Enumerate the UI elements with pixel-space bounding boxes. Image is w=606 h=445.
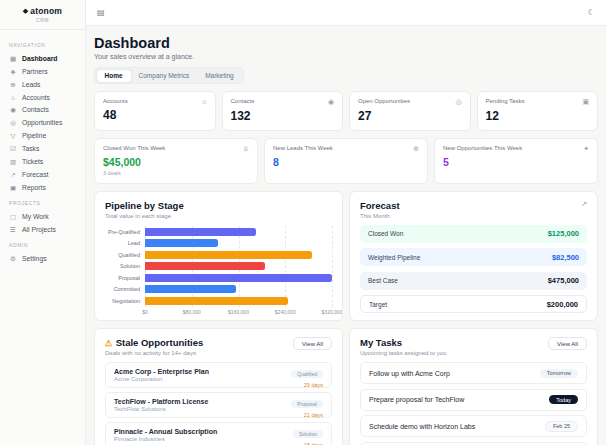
sidebar-item-tasks[interactable]: ☑Tasks <box>9 142 76 155</box>
stat-value: 48 <box>103 108 207 122</box>
pipeline-chart-subtitle: Total value in each stage <box>105 213 332 219</box>
sidebar-item-label: Pipeline <box>22 132 46 139</box>
charts-row: Pipeline by Stage Total value in each st… <box>94 191 598 321</box>
highlight-label: New Leads This Week <box>273 145 333 151</box>
sidebar: ◆ atonom CRM Navigation▦Dashboard◈Partne… <box>0 0 86 445</box>
days-stale: 29 days <box>291 382 323 388</box>
sparkle-icon: ✦ <box>583 145 589 153</box>
list-item-techflow-platform-license[interactable]: TechFlow - Platform LicenseTechFlow Solu… <box>105 392 332 418</box>
stat-card-accounts: Accounts⌂48 <box>94 91 216 131</box>
pipeline-chart-title: Pipeline by Stage <box>105 200 332 211</box>
sidebar-item-all-projects[interactable]: ☰All Projects <box>9 223 76 236</box>
forecast-row-best-case: Best Case$475,000 <box>360 272 587 290</box>
bar-category-label: Lead <box>105 240 145 246</box>
app-name-sub: CRM <box>36 17 49 23</box>
stat-label: Accounts <box>103 98 128 104</box>
sidebar-item-forecast[interactable]: ↗Forecast <box>9 168 76 181</box>
stat-card-pending-tasks: Pending Tasks▣12 <box>477 91 599 131</box>
bar-row-qualified: Qualified <box>105 249 332 261</box>
check-square-icon: ☑ <box>9 145 17 153</box>
app-logo: ◆ atonom CRM <box>0 0 85 30</box>
tab-home[interactable]: Home <box>97 70 131 82</box>
sidebar-item-leads[interactable]: ⊕Leads <box>9 78 76 91</box>
my-tasks-card: My Tasks Upcoming tasks assigned to you … <box>349 328 598 445</box>
tab-marketing[interactable]: Marketing <box>197 70 242 82</box>
sidebar-item-label: Leads <box>22 81 41 88</box>
sidebar-item-opportunities[interactable]: ◎Opportunities <box>9 116 76 129</box>
user-plus-icon: ⊕ <box>413 145 419 153</box>
task-name: Follow up with Acme Corp <box>369 370 450 377</box>
sidebar-item-pipeline[interactable]: ▽Pipeline <box>9 129 76 142</box>
building-icon: ⌂ <box>202 98 206 105</box>
sidebar-item-settings[interactable]: ⚙Settings <box>9 252 76 265</box>
target-icon: ◎ <box>9 119 17 127</box>
bar-category-label: Qualified <box>105 252 145 258</box>
forecast-rows: Closed Won$125,000Weighted Pipeline$82,5… <box>360 225 587 314</box>
highlight-note: 3 deals <box>103 170 249 176</box>
opportunity-company: TechFlow Solutions <box>114 406 208 412</box>
stale-list: Acme Corp - Enterprise PlanAcme Corporat… <box>105 362 332 445</box>
sidebar-toggle-icon[interactable]: ▤ <box>97 9 105 17</box>
sidebar-item-label: Settings <box>22 255 47 262</box>
stale-view-all-button[interactable]: View All <box>293 337 332 350</box>
ticket-icon: ▥ <box>9 158 17 166</box>
tasks-view-all-button[interactable]: View All <box>548 337 587 350</box>
bar-row-lead: Lead <box>105 238 332 250</box>
sidebar-item-my-work[interactable]: ▢My Work <box>9 210 76 223</box>
sidebar-item-reports[interactable]: ▣Reports <box>9 181 76 194</box>
funnel-icon: ▽ <box>9 132 17 140</box>
list-item-acme-corp-enterprise-plan[interactable]: Acme Corp - Enterprise PlanAcme Corporat… <box>105 362 332 388</box>
stage-badge: Qualified <box>291 370 323 378</box>
due-badge: Feb 25 <box>545 421 578 432</box>
sidebar-item-partners[interactable]: ◈Partners <box>9 65 76 78</box>
bottom-row: ⚠Stale Opportunities Deals with no activ… <box>94 328 598 445</box>
highlight-value: 8 <box>273 156 419 168</box>
tasks-subtitle: Upcoming tasks assigned to you <box>360 350 446 356</box>
task-item-review-contract-terms-pinnacle[interactable]: Review contract terms - PinnacleFeb 27 <box>360 442 587 445</box>
main-area: ▤ ☾ Dashboard Your sales overview at a g… <box>86 0 606 445</box>
topbar: ▤ ☾ <box>86 0 606 26</box>
tasks-title: My Tasks <box>360 337 446 348</box>
bar-qualified <box>145 251 312 259</box>
stat-value: 12 <box>486 109 590 123</box>
x-tick-label: $240,000 <box>275 309 296 315</box>
task-item-schedule-demo-with-horizon-labs[interactable]: Schedule demo with Horizon LabsFeb 25 <box>360 415 587 437</box>
forecast-row-value: $200,000 <box>547 300 578 309</box>
opportunity-name: TechFlow - Platform License <box>114 398 208 405</box>
stat-label: Pending Tasks <box>486 98 525 104</box>
theme-toggle-icon[interactable]: ☾ <box>588 9 595 17</box>
bar-row-pre-qualified: Pre-Qualified <box>105 226 332 238</box>
sidebar-item-contacts[interactable]: ◉Contacts <box>9 103 76 116</box>
task-item-follow-up-with-acme-corp[interactable]: Follow up with Acme CorpTomorrow <box>360 362 587 384</box>
highlight-card-closed-won-this-week: Closed Won This Week♕$45,0003 deals <box>94 138 258 184</box>
bar-category-label: Solution <box>105 263 145 269</box>
highlight-value: 5 <box>443 156 589 168</box>
sidebar-item-accounts[interactable]: ⌂Accounts <box>9 91 76 103</box>
list-item-pinnacle-annual-subscription[interactable]: Pinnacle - Annual SubscriptionPinnacle I… <box>105 422 332 445</box>
page-title: Dashboard <box>94 35 598 51</box>
page-subtitle: Your sales overview at a glance. <box>94 53 598 60</box>
task-item-prepare-proposal-for-techflow[interactable]: Prepare proposal for TechFlowToday <box>360 389 587 411</box>
forecast-row-label: Best Case <box>368 277 398 284</box>
sidebar-item-dashboard[interactable]: ▦Dashboard <box>9 52 76 65</box>
dashboard-tabs: HomeCompany MetricsMarketing <box>94 67 244 84</box>
stat-card-contacts: Contacts◉132 <box>222 91 344 131</box>
opportunity-name: Acme Corp - Enterprise Plan <box>114 368 209 375</box>
warning-icon: ⚠ <box>105 338 113 348</box>
trend-icon: ↗ <box>9 171 17 179</box>
tab-company-metrics[interactable]: Company Metrics <box>131 70 198 82</box>
x-tick-label: $80,000 <box>183 309 201 315</box>
nav-section-label-projects: Projects <box>9 200 76 206</box>
clipboard-icon: ▣ <box>582 98 589 106</box>
bar-committed <box>145 285 236 293</box>
stat-label: Contacts <box>231 98 255 104</box>
task-name: Schedule demo with Horizon Labs <box>369 423 475 430</box>
opportunity-company: Pinnacle Industries <box>114 436 217 442</box>
bar-negotiation <box>145 297 288 305</box>
users-icon: ◉ <box>9 106 17 114</box>
stage-badge: Solution <box>293 430 323 438</box>
highlights-row: Closed Won This Week♕$45,0003 dealsNew L… <box>94 138 598 184</box>
sidebar-item-tickets[interactable]: ▥Tickets <box>9 155 76 168</box>
briefcase-icon: ▢ <box>9 213 17 221</box>
bar-category-label: Pre-Qualified <box>105 229 145 235</box>
